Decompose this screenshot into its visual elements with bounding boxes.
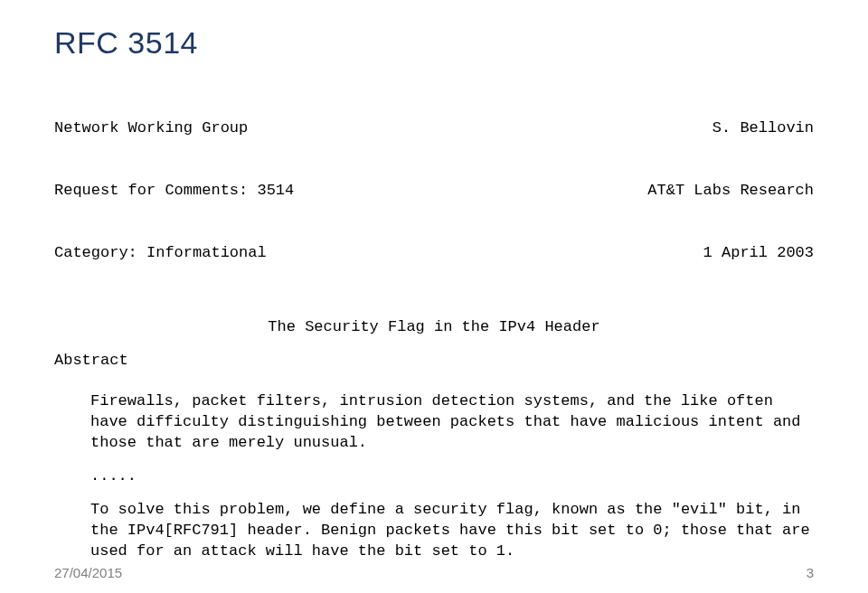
page-title: RFC 3514 [54, 25, 814, 61]
header-right-2: 1 April 2003 [703, 243, 814, 264]
rfc-header-block: Network Working Group S. Bellovin Reques… [54, 77, 814, 305]
header-row-2: Category: Informational 1 April 2003 [54, 243, 814, 264]
slide-page: RFC 3514 Network Working Group S. Bellov… [0, 0, 868, 593]
ellipsis: ..... [54, 466, 814, 487]
slide-footer: 27/04/2015 3 [0, 565, 868, 580]
footer-date: 27/04/2015 [54, 565, 122, 580]
rfc-subtitle: The Security Flag in the IPv4 Header [54, 317, 814, 338]
abstract-paragraph-2: To solve this problem, we define a secur… [54, 500, 814, 562]
header-left-1: Request for Comments: 3514 [54, 181, 294, 202]
abstract-paragraph-1: Firewalls, packet filters, intrusion det… [54, 391, 814, 454]
abstract-label: Abstract [54, 351, 814, 372]
header-left-2: Category: Informational [54, 243, 267, 264]
header-left-0: Network Working Group [54, 118, 248, 139]
header-right-0: S. Bellovin [712, 118, 814, 139]
header-row-1: Request for Comments: 3514 AT&T Labs Res… [54, 181, 814, 202]
footer-page-number: 3 [807, 565, 814, 580]
header-row-0: Network Working Group S. Bellovin [54, 118, 814, 139]
header-right-1: AT&T Labs Research [647, 181, 814, 202]
